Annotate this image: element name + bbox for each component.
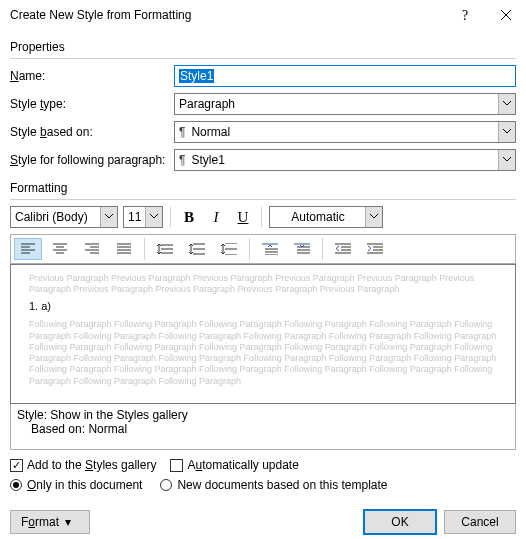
checkbox-icon xyxy=(170,459,183,472)
align-center-button[interactable] xyxy=(46,238,74,260)
align-left-icon xyxy=(21,243,35,255)
underline-button[interactable]: U xyxy=(232,206,254,228)
radio-icon xyxy=(10,479,22,491)
following-style-value: Style1 xyxy=(191,153,224,167)
formatting-heading: Formatting xyxy=(10,181,516,195)
dialog-title: Create New Style from Formatting xyxy=(10,8,446,22)
dialog-footer: Format ▾ OK Cancel xyxy=(0,502,526,539)
radio-icon xyxy=(160,479,172,491)
separator xyxy=(261,207,262,227)
font-family-value: Calibri (Body) xyxy=(15,210,88,224)
properties-heading: Properties xyxy=(10,40,516,54)
based-on-combo[interactable]: ¶ Normal xyxy=(174,121,516,143)
desc-line-2: Based on: Normal xyxy=(17,422,509,436)
close-button[interactable] xyxy=(486,0,526,30)
space-after-icon xyxy=(294,243,310,255)
font-size-combo[interactable]: 11 xyxy=(123,206,163,228)
chevron-down-icon xyxy=(498,150,515,170)
preview-following-text: Following Paragraph Following Paragraph … xyxy=(29,319,497,387)
increase-indent-button[interactable] xyxy=(361,238,389,260)
preview-previous-text: Previous Paragraph Previous Paragraph Pr… xyxy=(29,273,497,296)
based-on-label: Style based on: xyxy=(10,125,174,139)
menu-arrow-icon: ▾ xyxy=(65,515,71,529)
increase-indent-icon xyxy=(367,243,383,255)
pilcrow-icon: ¶ xyxy=(179,125,185,139)
space-before-decrease-button[interactable] xyxy=(288,238,316,260)
line-spacing-icon xyxy=(157,243,173,255)
cancel-button[interactable]: Cancel xyxy=(444,510,516,534)
align-right-icon xyxy=(85,243,99,255)
align-center-icon xyxy=(53,243,67,255)
svg-text:?: ? xyxy=(462,8,468,22)
help-button[interactable]: ? xyxy=(446,0,486,30)
align-right-button[interactable] xyxy=(78,238,106,260)
style-description: Style: Show in the Styles gallery Based … xyxy=(10,404,516,450)
close-icon xyxy=(501,10,511,20)
format-menu-button[interactable]: Format ▾ xyxy=(10,510,90,534)
checkbox-icon xyxy=(10,459,23,472)
chevron-down-icon xyxy=(365,207,382,227)
font-color-value: Automatic xyxy=(291,210,344,224)
chevron-down-icon xyxy=(498,94,515,114)
help-icon: ? xyxy=(460,8,472,22)
create-style-dialog: Create New Style from Formatting ? Prope… xyxy=(0,0,526,539)
separator xyxy=(144,238,145,260)
desc-line-1: Style: Show in the Styles gallery xyxy=(17,408,509,422)
line-spacing-2-button[interactable] xyxy=(215,238,243,260)
style-type-value: Paragraph xyxy=(179,97,235,111)
separator xyxy=(170,207,171,227)
space-before-icon xyxy=(262,243,278,255)
line-spacing-icon xyxy=(221,243,237,255)
following-style-combo[interactable]: ¶ Style1 xyxy=(174,149,516,171)
line-spacing-15-button[interactable] xyxy=(183,238,211,260)
add-to-gallery-checkbox[interactable]: Add to the Styles gallery xyxy=(10,458,156,472)
new-documents-radio[interactable]: New documents based on this template xyxy=(160,478,387,492)
new-documents-label: New documents based on this template xyxy=(177,478,387,492)
following-style-label: Style for following paragraph: xyxy=(10,153,174,167)
font-toolbar: Calibri (Body) 11 B I U Automatic xyxy=(10,206,516,228)
align-justify-icon xyxy=(117,243,131,255)
separator xyxy=(322,238,323,260)
decrease-indent-icon xyxy=(335,243,351,255)
line-spacing-1-button[interactable] xyxy=(151,238,179,260)
name-input[interactable]: Style1 xyxy=(174,65,516,87)
space-before-increase-button[interactable] xyxy=(256,238,284,260)
name-label: Name: xyxy=(10,69,174,83)
separator xyxy=(249,238,250,260)
ok-button[interactable]: OK xyxy=(364,510,436,534)
preview-sample-text: 1. a) xyxy=(29,300,497,314)
decrease-indent-button[interactable] xyxy=(329,238,357,260)
font-color-combo[interactable]: Automatic xyxy=(269,206,383,228)
only-this-doc-radio[interactable]: Only in this document xyxy=(10,478,142,492)
font-size-value: 11 xyxy=(128,210,141,224)
divider xyxy=(10,199,516,200)
font-family-combo[interactable]: Calibri (Body) xyxy=(10,206,118,228)
italic-button[interactable]: I xyxy=(205,206,227,228)
auto-update-checkbox[interactable]: Automatically update xyxy=(170,458,298,472)
preview-panel: Previous Paragraph Previous Paragraph Pr… xyxy=(10,264,516,404)
chevron-down-icon xyxy=(145,207,162,227)
align-justify-button[interactable] xyxy=(110,238,138,260)
divider xyxy=(10,58,516,59)
chevron-down-icon xyxy=(498,122,515,142)
align-left-button[interactable] xyxy=(14,238,42,260)
chevron-down-icon xyxy=(100,207,117,227)
style-type-combo[interactable]: Paragraph xyxy=(174,93,516,115)
line-spacing-icon xyxy=(189,243,205,255)
paragraph-toolbar xyxy=(10,234,516,264)
pilcrow-icon: ¶ xyxy=(179,153,185,167)
based-on-value: Normal xyxy=(191,125,230,139)
titlebar: Create New Style from Formatting ? xyxy=(0,0,526,30)
bold-button[interactable]: B xyxy=(178,206,200,228)
style-type-label: Style type: xyxy=(10,97,174,111)
name-value: Style1 xyxy=(179,69,214,83)
